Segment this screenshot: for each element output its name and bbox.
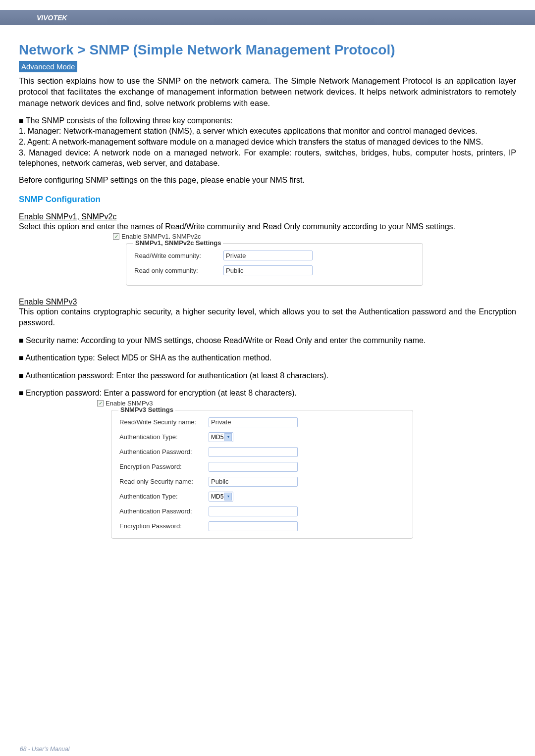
before-note: Before configuring SNMP settings on the … — [19, 176, 516, 185]
ro-community-label: Read only community: — [134, 267, 223, 274]
auth-type-row-1: Authentication Type: MD5 ▾ — [119, 432, 405, 442]
component-item-2: 2. Agent: A network-management software … — [19, 137, 516, 148]
footer-text: 68 - User's Manual — [0, 746, 69, 753]
intro-paragraph: This section explains how to use the SNM… — [19, 75, 516, 108]
auth-type-value-2: MD5 — [211, 493, 223, 500]
rw-sec-name-input[interactable] — [209, 417, 298, 427]
auth-pw-label-2: Authentication Password: — [119, 507, 209, 515]
header-bar: VIVOTEK — [0, 10, 535, 25]
enc-pw-row-1: Encryption Password: — [119, 462, 405, 472]
enc-pw-input-2[interactable] — [209, 521, 298, 531]
enc-pw-row-2: Encryption Password: — [119, 521, 405, 531]
v3-bullets: ■ Security name: According to your NMS s… — [19, 335, 516, 399]
auth-type-label-1: Authentication Type: — [119, 433, 209, 441]
snmp-config-heading: SNMP Configuration — [19, 195, 516, 204]
v3-bullet-auth-type: ■ Authentication type: Select MD5 or SHA… — [19, 353, 516, 363]
rw-community-label: Read/Write community: — [134, 252, 223, 259]
auth-pw-row-1: Authentication Password: — [119, 447, 405, 457]
ro-sec-name-input[interactable] — [209, 477, 298, 487]
v3-bullet-auth-password: ■ Authentication password: Enter the pas… — [19, 370, 516, 381]
v3-bullet-security-name: ■ Security name: According to your NMS s… — [19, 335, 516, 346]
enable-v3-heading: Enable SNMPv3 — [19, 298, 516, 306]
auth-type-value-1: MD5 — [211, 434, 223, 441]
enc-pw-label-1: Encryption Password: — [119, 463, 209, 470]
components-intro: ■ The SNMP consists of the following thr… — [19, 115, 516, 126]
rw-community-input[interactable] — [223, 251, 313, 260]
auth-type-row-2: Authentication Type: MD5 ▾ — [119, 492, 405, 502]
ro-sec-name-label: Read only Security name: — [119, 478, 209, 485]
footer: 68 - User's Manual — [0, 741, 535, 756]
v3-bullet-enc-password: ■ Encryption password: Enter a password … — [19, 388, 516, 399]
enable-v1v2-heading: Enable SNMPv1, SNMPv2c — [19, 212, 516, 221]
content-area: Network > SNMP (Simple Network Managemen… — [0, 25, 535, 539]
ro-community-row: Read only community: — [134, 265, 415, 275]
ro-community-input[interactable] — [223, 265, 313, 275]
v3-settings-fieldset: SNMPv3 Settings Read/Write Security name… — [111, 410, 413, 539]
auth-type-select-1[interactable]: MD5 ▾ — [209, 432, 233, 442]
v1v2-legend: SNMPv1, SNMPv2c Settings — [133, 239, 223, 247]
chevron-down-icon: ▾ — [224, 433, 232, 441]
enc-pw-label-2: Encryption Password: — [119, 522, 209, 530]
auth-pw-input-1[interactable] — [209, 447, 298, 457]
checkbox-v1v2[interactable]: ✓ — [113, 233, 119, 240]
v3-legend: SNMPv3 Settings — [118, 406, 175, 413]
page-title: Network > SNMP (Simple Network Managemen… — [19, 42, 516, 58]
checkbox-v3[interactable]: ✓ — [97, 400, 104, 406]
component-item-3: 3. Managed device: A network node on a m… — [19, 148, 516, 169]
enc-pw-input-1[interactable] — [209, 462, 298, 472]
auth-type-select-2[interactable]: MD5 ▾ — [209, 492, 233, 502]
auth-pw-input-2[interactable] — [209, 506, 298, 516]
ro-sec-name-row: Read only Security name: — [119, 477, 405, 487]
component-item-1: 1. Manager: Network-management station (… — [19, 126, 516, 137]
auth-pw-row-2: Authentication Password: — [119, 506, 405, 516]
chevron-down-icon: ▾ — [224, 493, 232, 501]
enable-v3-desc: This option contains cryptographic secur… — [19, 306, 516, 328]
auth-type-label-2: Authentication Type: — [119, 493, 209, 500]
auth-pw-label-1: Authentication Password: — [119, 448, 209, 455]
enable-v1v2-desc: Select this option and enter the names o… — [19, 221, 516, 232]
rw-community-row: Read/Write community: — [134, 251, 415, 260]
v1v2-settings-fieldset: SNMPv1, SNMPv2c Settings Read/Write comm… — [126, 243, 423, 286]
brand-text: VIVOTEK — [37, 14, 67, 22]
advanced-mode-badge: Advanced Mode — [19, 61, 77, 72]
rw-sec-name-row: Read/Write Security name: — [119, 417, 405, 427]
rw-sec-name-label: Read/Write Security name: — [119, 418, 209, 426]
